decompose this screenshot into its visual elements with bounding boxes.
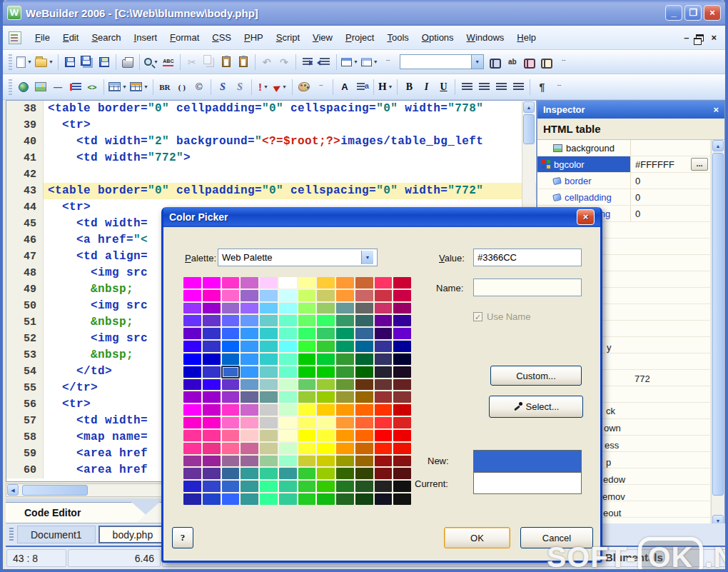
color-cell[interactable] bbox=[317, 353, 335, 365]
color-cell[interactable] bbox=[203, 303, 221, 314]
color-cell[interactable] bbox=[203, 468, 221, 479]
window-list-button[interactable]: ▼ bbox=[340, 53, 360, 71]
color-cell[interactable] bbox=[222, 417, 240, 428]
color-cell[interactable] bbox=[375, 303, 393, 314]
paste-special-button[interactable] bbox=[235, 53, 252, 71]
color-cell[interactable] bbox=[183, 379, 201, 391]
toolbar-overflow-chevron[interactable]: ˇˇ bbox=[380, 53, 397, 71]
color-cell[interactable] bbox=[336, 290, 354, 301]
color-cell[interactable] bbox=[241, 404, 258, 416]
use-name-checkbox[interactable]: ✓ Use Name bbox=[473, 311, 530, 322]
spell-check-button[interactable]: ABC bbox=[160, 53, 177, 71]
minimize-button[interactable]: _ bbox=[665, 5, 682, 21]
menu-view[interactable]: View bbox=[306, 29, 339, 46]
save-copy-button[interactable] bbox=[96, 53, 113, 71]
search-combobox[interactable]: ▼ bbox=[400, 54, 484, 69]
insert-symbol-button[interactable]: ▶▼ bbox=[272, 78, 289, 96]
toolbar-grip[interactable] bbox=[9, 54, 12, 70]
color-cell[interactable] bbox=[279, 404, 297, 416]
color-cell[interactable] bbox=[222, 430, 240, 441]
property-row-border[interactable]: border0 bbox=[537, 173, 710, 189]
color-cell[interactable] bbox=[203, 443, 221, 454]
scroll-thumb[interactable] bbox=[712, 153, 724, 496]
color-cell[interactable] bbox=[260, 417, 278, 428]
format-overflow-chevron[interactable]: ˇˇ bbox=[550, 78, 567, 96]
color-cell[interactable] bbox=[222, 315, 240, 326]
color-cell[interactable] bbox=[279, 379, 297, 391]
color-cell[interactable] bbox=[260, 391, 278, 403]
layout-button[interactable]: ▼ bbox=[360, 53, 380, 71]
color-cell[interactable] bbox=[222, 493, 240, 505]
color-cell[interactable] bbox=[183, 481, 201, 492]
color-cell[interactable] bbox=[298, 341, 316, 352]
color-cell[interactable] bbox=[183, 290, 201, 301]
color-cell[interactable] bbox=[393, 468, 411, 479]
color-cell[interactable] bbox=[393, 315, 411, 326]
color-cell[interactable] bbox=[183, 303, 201, 314]
insert-list-button[interactable] bbox=[66, 78, 84, 96]
color-cell[interactable] bbox=[355, 481, 373, 492]
custom-button[interactable]: Custom... bbox=[490, 366, 582, 386]
color-cell[interactable] bbox=[375, 341, 393, 352]
save-all-button[interactable] bbox=[79, 53, 96, 71]
color-cell[interactable] bbox=[260, 493, 278, 505]
color-cell[interactable] bbox=[393, 366, 411, 378]
ellipsis-button[interactable]: ... bbox=[691, 158, 708, 171]
color-cell[interactable] bbox=[260, 481, 278, 492]
color-cell[interactable] bbox=[241, 353, 258, 365]
color-cell[interactable] bbox=[241, 366, 258, 378]
color-cell[interactable] bbox=[203, 493, 221, 505]
print-preview-button[interactable]: ▼ bbox=[143, 53, 160, 71]
color-cell[interactable] bbox=[375, 468, 393, 479]
color-cell[interactable] bbox=[336, 430, 354, 441]
underline-button[interactable]: U bbox=[435, 78, 452, 96]
color-cell[interactable] bbox=[393, 379, 411, 391]
color-cell[interactable] bbox=[393, 493, 411, 505]
color-cell[interactable] bbox=[260, 353, 278, 365]
property-row-background[interactable]: background bbox=[537, 140, 710, 156]
color-cell[interactable] bbox=[298, 353, 316, 365]
color-cell[interactable] bbox=[393, 391, 411, 403]
color-cell[interactable] bbox=[375, 404, 393, 416]
color-cell[interactable] bbox=[222, 341, 240, 352]
color-cell[interactable] bbox=[298, 481, 316, 492]
align-left-button[interactable] bbox=[458, 78, 475, 96]
print-button[interactable] bbox=[119, 53, 136, 71]
color-cell[interactable] bbox=[241, 417, 258, 428]
color-cell[interactable] bbox=[203, 328, 221, 339]
color-cell[interactable] bbox=[183, 468, 201, 479]
color-cell[interactable] bbox=[183, 277, 201, 288]
color-cell[interactable] bbox=[203, 290, 221, 301]
find-in-project-button[interactable] bbox=[538, 53, 555, 71]
color-cell[interactable] bbox=[317, 379, 335, 391]
color-cell[interactable] bbox=[260, 443, 278, 454]
color-cell[interactable] bbox=[241, 493, 258, 505]
mdi-minimize-button[interactable]: – bbox=[684, 32, 689, 43]
color-cell[interactable] bbox=[355, 366, 373, 378]
inspector-scrollbar[interactable]: ▲ ▼ bbox=[711, 140, 724, 526]
color-cell[interactable] bbox=[222, 303, 240, 314]
insert-code-button[interactable]: <> bbox=[84, 78, 101, 96]
color-cell[interactable] bbox=[222, 379, 240, 391]
color-cell[interactable] bbox=[279, 303, 297, 314]
color-cell[interactable] bbox=[317, 468, 335, 479]
color-cell[interactable] bbox=[298, 391, 316, 403]
selected-color-cell[interactable] bbox=[222, 366, 240, 378]
undo-button[interactable]: ↶ bbox=[258, 53, 275, 71]
search-input[interactable] bbox=[400, 55, 471, 69]
color-cell[interactable] bbox=[375, 481, 393, 492]
color-cell[interactable] bbox=[336, 341, 354, 352]
color-cell[interactable] bbox=[260, 404, 278, 416]
color-cell[interactable] bbox=[279, 366, 297, 378]
scroll-up-button[interactable]: ▲ bbox=[523, 101, 535, 113]
color-cell[interactable] bbox=[317, 277, 335, 288]
color-cell[interactable] bbox=[317, 443, 335, 454]
color-cell[interactable] bbox=[317, 391, 335, 403]
color-cell[interactable] bbox=[298, 303, 316, 314]
property-row-bgcolor[interactable]: bgcolor#FFFFFF... bbox=[537, 156, 710, 173]
outdent-button[interactable] bbox=[316, 53, 333, 71]
color-cell[interactable] bbox=[260, 366, 278, 378]
menu-css[interactable]: CSS bbox=[206, 29, 238, 46]
menu-options[interactable]: Options bbox=[415, 29, 460, 46]
select-button[interactable]: Select... bbox=[489, 396, 583, 418]
